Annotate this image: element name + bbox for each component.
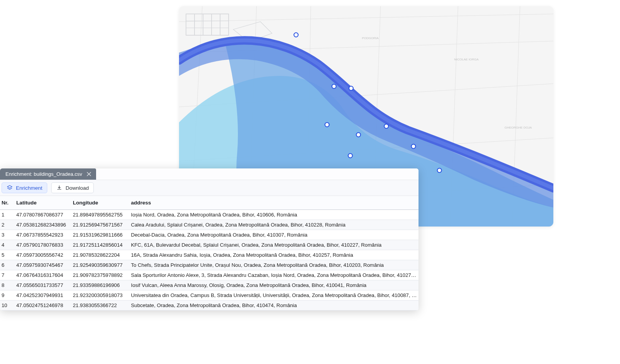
map-marker[interactable]	[349, 86, 353, 91]
table-row[interactable]: 547.0597300555674221.9078532862220416A, …	[0, 250, 418, 260]
map-marker[interactable]	[332, 84, 336, 89]
column-header-longitude[interactable]: Longitude	[72, 200, 130, 206]
cell-lon: 21.912569475671567	[72, 222, 130, 228]
data-table: Nr. Latitude Longitude address 147.07807…	[0, 196, 418, 311]
map-marker[interactable]	[437, 168, 442, 173]
cell-lon: 21.917251142856014	[72, 242, 130, 248]
table-header-row: Nr. Latitude Longitude address	[0, 196, 418, 210]
enrichment-button[interactable]: Enrichment	[2, 182, 47, 193]
cell-nr: 2	[1, 222, 16, 228]
cell-lat: 47.05790178076833	[16, 242, 72, 248]
cell-lat: 47.06737855542923	[16, 232, 72, 238]
table-row[interactable]: 647.0597593074546721.925490359630977To C…	[0, 260, 418, 270]
table-row[interactable]: 747.0676431631760421.909782375978892Sala…	[0, 270, 418, 280]
panel-tab-active[interactable]: Enrichment: buildings_Oradea.csv	[0, 168, 96, 180]
cell-address: Iosif Vulcan, Aleea Anna Marossy, Olosig…	[130, 282, 418, 288]
map-marker[interactable]	[294, 33, 298, 37]
cell-lat: 47.04252307949931	[16, 292, 72, 298]
panel-tab-title: Enrichment: buildings_Oradea.csv	[5, 171, 82, 177]
cell-lat: 47.07807867086377	[16, 212, 72, 218]
cell-lon: 21.909782375978892	[72, 272, 130, 278]
cell-lat: 47.05975930745467	[16, 262, 72, 268]
cell-address: Universitatea din Oradea, Campus B, Stra…	[130, 292, 418, 298]
map-marker[interactable]	[325, 123, 329, 127]
cell-lon: 21.93359886196906	[72, 282, 130, 288]
data-panel: Enrichment: buildings_Oradea.csv Enrichm…	[0, 168, 418, 311]
column-header-address[interactable]: address	[130, 200, 418, 206]
svg-text:NICOLAE IORGA: NICOLAE IORGA	[454, 58, 479, 61]
table-row[interactable]: 247.05381268234389621.912569475671567Cal…	[0, 220, 418, 230]
panel-tabs: Enrichment: buildings_Oradea.csv	[0, 168, 418, 180]
cell-lon: 21.923200305918073	[72, 292, 130, 298]
panel-toolbar: Enrichment Download	[0, 180, 418, 196]
table-body: 147.0780786708637721.898497895562755Ioși…	[0, 210, 418, 311]
cell-address: Ioșia Nord, Oradea, Zona Metropolitană O…	[130, 212, 418, 218]
cell-nr: 3	[1, 232, 16, 238]
cell-address: KFC, 61A, Bulevardul Decebal, Splaiul Cr…	[130, 242, 418, 248]
cell-address: Decebal-Dacia, Oradea, Zona Metropolitan…	[130, 232, 418, 238]
cell-address: 16A, Strada Alexandru Sahia, Ioșia, Orad…	[130, 252, 418, 258]
download-button-label: Download	[65, 185, 89, 191]
table-row[interactable]: 447.0579017807683321.917251142856014KFC,…	[0, 240, 418, 250]
cell-nr: 5	[1, 252, 16, 258]
cell-lon: 21.925490359630977	[72, 262, 130, 268]
cell-nr: 8	[1, 282, 16, 288]
cell-lat: 47.05973005556742	[16, 252, 72, 258]
table-row[interactable]: 1047.0502475124697821.9383055366722Subce…	[0, 300, 418, 311]
cell-address: Sala Sporturilor Antonio Alexe, 3, Strad…	[130, 272, 418, 278]
table-row[interactable]: 347.0673785554292321.915319629811666Dece…	[0, 230, 418, 240]
svg-text:PODGORIA: PODGORIA	[362, 36, 379, 40]
cell-nr: 10	[1, 302, 16, 308]
layers-icon	[7, 185, 13, 191]
cell-address: To Chefs, Strada Principatelor Unite, Or…	[130, 262, 418, 268]
map-marker[interactable]	[356, 133, 361, 137]
download-button[interactable]: Download	[51, 182, 94, 193]
svg-text:GHEORGHE DOJA: GHEORGHE DOJA	[505, 126, 532, 129]
cell-lon: 21.90785328622204	[72, 252, 130, 258]
enrichment-button-label: Enrichment	[16, 185, 42, 191]
cell-address: Calea Aradului, Splaiul Crișanei, Oradea…	[130, 222, 418, 228]
cell-nr: 7	[1, 272, 16, 278]
cell-lat: 47.053812682343896	[16, 222, 72, 228]
table-row[interactable]: 847.0556503173357721.93359886196906Iosif…	[0, 280, 418, 290]
download-icon	[56, 185, 62, 191]
cell-nr: 4	[1, 242, 16, 248]
map-marker[interactable]	[348, 154, 353, 158]
cell-lon: 21.898497895562755	[72, 212, 130, 218]
column-header-latitude[interactable]: Latitude	[16, 200, 72, 206]
cell-nr: 6	[1, 262, 16, 268]
cell-lat: 47.05565031733577	[16, 282, 72, 288]
table-row[interactable]: 947.0425230794993121.923200305918073Univ…	[0, 290, 418, 300]
map-marker[interactable]	[384, 124, 389, 129]
cell-nr: 9	[1, 292, 16, 298]
cell-lat: 47.06764316317604	[16, 272, 72, 278]
cell-lon: 21.9383055366722	[72, 302, 130, 308]
map-marker[interactable]	[412, 144, 416, 149]
table-row[interactable]: 147.0780786708637721.898497895562755Ioși…	[0, 210, 418, 220]
column-header-nr[interactable]: Nr.	[1, 200, 16, 206]
close-icon[interactable]	[86, 172, 91, 177]
cell-lat: 47.05024751246978	[16, 302, 72, 308]
cell-lon: 21.915319629811666	[72, 232, 130, 238]
cell-address: Subcetate, Oradea, Zona Metropolitană Or…	[130, 302, 418, 308]
cell-nr: 1	[1, 212, 16, 218]
